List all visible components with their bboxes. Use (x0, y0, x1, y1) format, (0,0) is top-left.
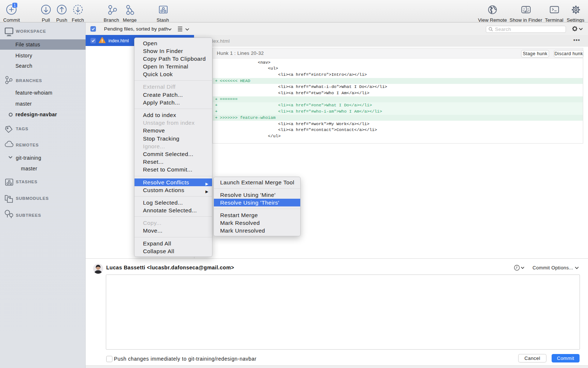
svg-text:1: 1 (14, 3, 16, 7)
